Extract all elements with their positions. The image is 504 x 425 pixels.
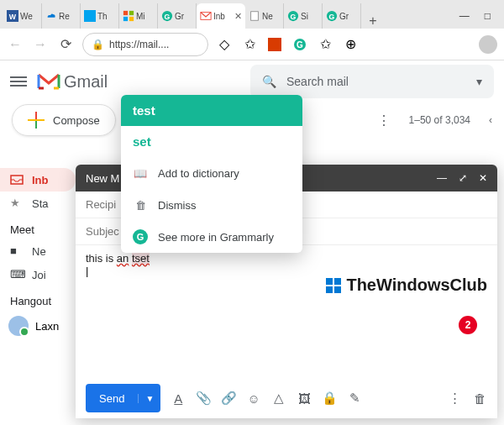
svg-rect-5 (123, 17, 128, 21)
browser-tab[interactable]: Th (81, 3, 119, 29)
gmail-logo[interactable]: Gmail (37, 72, 108, 92)
link-icon[interactable]: 🔗 (221, 391, 236, 406)
svg-rect-2 (84, 10, 96, 22)
search-input[interactable]: 🔍 Search mail ▾ (250, 65, 494, 98)
more-icon[interactable]: ⋮ (447, 391, 462, 406)
compose-footer: Send ▼ A 📎 🔗 ☺ △ 🖼 🔒 ✎ ⋮ 🗑 (76, 378, 497, 418)
compose-title: New M (86, 172, 119, 185)
more-icon[interactable]: ⋮ (377, 113, 391, 129)
favorites-button[interactable]: ✩ (318, 37, 333, 52)
extension-icon[interactable]: ◇ (217, 37, 232, 52)
favorite-icon[interactable]: ✩ (242, 37, 257, 52)
close-button[interactable]: ✕ (479, 172, 487, 184)
book-icon: 📖 (133, 165, 148, 181)
browser-tab[interactable]: Mi (119, 3, 158, 29)
trash-icon[interactable]: 🗑 (472, 391, 487, 406)
close-icon[interactable]: ✕ (234, 11, 242, 22)
image-icon[interactable]: 🖼 (297, 391, 312, 406)
pen-icon[interactable]: ✎ (347, 391, 362, 406)
error-word[interactable]: an (117, 252, 129, 265)
browser-tab[interactable]: Ne (245, 3, 284, 29)
dismiss-button[interactable]: 🗑 Dismiss (121, 189, 302, 221)
url-text: https://mail.... (109, 39, 169, 50)
onedrive-icon (45, 10, 57, 22)
star-icon: ★ (10, 197, 24, 210)
keyboard-icon: ⌨ (10, 268, 24, 281)
svg-text:G: G (165, 13, 171, 21)
hangouts-user[interactable]: Laxn (0, 311, 76, 341)
browser-tab-active[interactable]: Inb ✕ (197, 3, 245, 29)
menu-icon[interactable] (10, 76, 27, 87)
office-icon[interactable] (267, 37, 282, 52)
browser-tab[interactable]: G Gr (323, 3, 361, 29)
collections-button[interactable]: ⊕ (343, 37, 358, 52)
video-icon: ■ (10, 244, 24, 258)
sidebar-item-new-meeting[interactable]: ■ Ne (0, 239, 76, 263)
attach-icon[interactable]: 📎 (196, 391, 211, 406)
site-icon (84, 10, 96, 22)
drive-icon[interactable]: △ (271, 391, 286, 406)
send-options-dropdown[interactable]: ▼ (138, 394, 160, 403)
plus-icon (28, 112, 45, 129)
back-button[interactable]: ← (7, 36, 24, 53)
compose-body[interactable]: TheWindowsClub this is an tset 2 (76, 245, 497, 378)
error-word[interactable]: tset (132, 252, 150, 265)
avatar (8, 316, 29, 336)
new-tab-button[interactable]: + (361, 13, 385, 29)
grammarly-correction[interactable]: test (121, 95, 302, 126)
address-bar: ← → ⟳ 🔒 https://mail.... ◇ ✩ G ✩ ⊕ (0, 29, 504, 60)
sidebar-item-starred[interactable]: ★ Sta (0, 192, 76, 215)
prev-page-button[interactable]: ‹ (489, 114, 492, 126)
svg-rect-21 (326, 286, 333, 293)
grammarly-popup: test set 📖 Add to dictionary 🗑 Dismiss G… (121, 95, 302, 253)
browser-tab[interactable]: G Gr (158, 3, 197, 29)
sidebar-item-join[interactable]: ⌨ Joi (0, 263, 76, 286)
page-range: 1–50 of 3,034 (409, 114, 470, 126)
svg-rect-6 (129, 17, 134, 21)
microsoft-icon (123, 10, 134, 22)
svg-rect-10 (251, 12, 259, 21)
maximize-button[interactable]: □ (485, 10, 491, 22)
refresh-button[interactable]: ⟳ (57, 36, 74, 53)
trash-icon: 🗑 (133, 197, 148, 212)
add-to-dictionary-button[interactable]: 📖 Add to dictionary (121, 157, 302, 189)
inbox-icon (10, 173, 24, 186)
grammarly-error-badge[interactable]: 2 (459, 316, 477, 334)
format-icon[interactable]: A (171, 391, 186, 406)
url-input[interactable]: 🔒 https://mail.... (82, 33, 208, 56)
sidebar-section-meet: Meet (0, 215, 76, 239)
svg-rect-3 (123, 11, 128, 15)
chevron-down-icon[interactable]: ▾ (476, 75, 482, 88)
grammarly-icon: G (161, 10, 173, 22)
browser-tab[interactable]: W We (3, 3, 42, 29)
fullscreen-button[interactable]: ⤢ (459, 172, 467, 184)
grammarly-icon: G (133, 229, 148, 244)
sidebar-section-hangouts: Hangout (0, 286, 76, 311)
send-button[interactable]: Send ▼ (86, 384, 160, 412)
minimize-button[interactable]: — (437, 172, 447, 184)
lock-icon: 🔒 (92, 39, 104, 50)
sidebar-item-inbox[interactable]: Inb (0, 168, 76, 192)
emoji-icon[interactable]: ☺ (246, 391, 261, 406)
svg-rect-22 (334, 286, 341, 293)
compose-button[interactable]: Compose (12, 104, 116, 136)
profile-avatar[interactable] (479, 35, 497, 54)
browser-tab-strip: W We Re Th Mi G Gr Inb ✕ Ne G Si G Gr + … (0, 0, 504, 29)
word-icon: W (7, 10, 18, 22)
see-more-button[interactable]: G See more in Grammarly (121, 221, 302, 253)
grammarly-icon: G (287, 10, 299, 22)
browser-tab[interactable]: G Si (284, 3, 323, 29)
grammarly-icon: G (326, 10, 338, 22)
search-icon: 🔍 (262, 75, 276, 88)
grammarly-suggestion[interactable]: set (121, 126, 302, 157)
forward-button[interactable]: → (32, 36, 49, 53)
browser-tab[interactable]: Re (42, 3, 81, 29)
minimize-button[interactable]: — (459, 10, 470, 22)
svg-rect-15 (268, 38, 281, 51)
gmail-sidebar: Inb ★ Sta Meet ■ Ne ⌨ Joi Hangout Laxn (0, 168, 76, 341)
confidential-icon[interactable]: 🔒 (322, 391, 337, 406)
grammarly-ext-icon[interactable]: G (292, 37, 307, 52)
svg-text:G: G (291, 13, 297, 21)
page-icon (249, 10, 260, 22)
svg-rect-20 (334, 278, 341, 285)
